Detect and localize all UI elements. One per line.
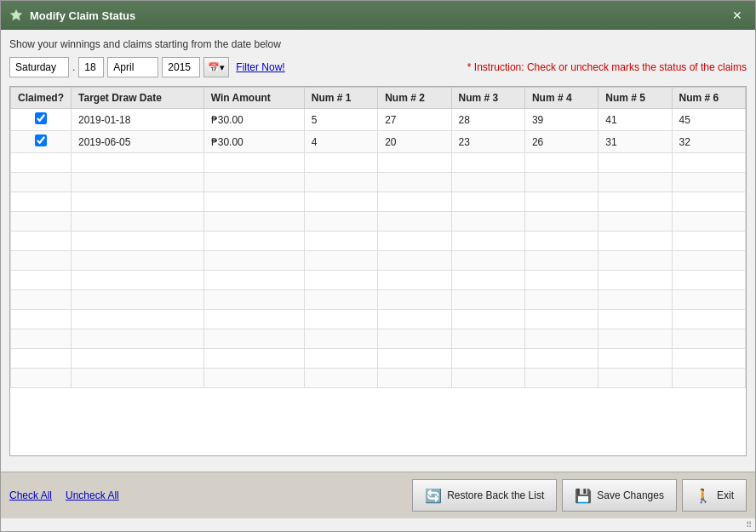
claimed-checkbox[interactable] <box>35 134 47 146</box>
col-num3: Num # 3 <box>451 88 524 109</box>
table-cell-empty <box>524 271 598 290</box>
exit-button[interactable]: 🚶 Exit <box>682 479 747 512</box>
table-cell-empty <box>203 192 304 212</box>
table-cell-empty <box>524 310 598 329</box>
table-cell-empty <box>524 369 598 388</box>
col-num1: Num # 1 <box>304 88 377 109</box>
table-cell-empty <box>72 329 204 349</box>
day-input[interactable] <box>78 57 104 77</box>
table-cell-empty <box>203 310 304 329</box>
table-cell-empty <box>524 192 598 212</box>
table-cell-empty <box>304 290 377 310</box>
table-cell-empty <box>203 232 304 251</box>
uncheck-all-button[interactable]: Uncheck All <box>66 489 119 501</box>
table-row-empty <box>11 192 746 212</box>
table-row-empty <box>11 310 746 329</box>
svg-marker-0 <box>10 9 22 20</box>
year-input[interactable] <box>162 57 200 77</box>
save-button[interactable]: 💾 Save Changes <box>562 479 677 512</box>
restore-button[interactable]: 🔄 Restore Back the List <box>412 479 557 512</box>
table-cell-empty <box>72 310 204 329</box>
col-claimed: Claimed? <box>11 88 72 109</box>
filter-now-button[interactable]: Filter Now! <box>236 61 284 73</box>
claimed-checkbox[interactable] <box>35 112 47 124</box>
col-num5: Num # 5 <box>598 88 672 109</box>
table-cell-empty <box>11 310 72 329</box>
table-cell-empty <box>672 251 745 271</box>
table-cell-empty <box>378 173 451 192</box>
table-row-empty <box>11 251 746 271</box>
table-cell-empty <box>378 212 451 232</box>
table-cell-empty <box>672 329 745 349</box>
day-name-input[interactable] <box>9 57 69 77</box>
main-content: Show your winnings and claims starting f… <box>1 30 755 472</box>
table-cell-empty <box>378 251 451 271</box>
table-cell-empty <box>72 251 204 271</box>
table-cell-empty <box>451 290 524 310</box>
table-cell-empty <box>598 192 672 212</box>
table-cell-empty <box>672 212 745 232</box>
save-icon: 💾 <box>575 487 592 504</box>
bottom-bar: Check All Uncheck All 🔄 Restore Back the… <box>1 472 755 518</box>
table-cell-empty <box>304 349 377 369</box>
table-cell-empty <box>672 153 745 173</box>
table-row-empty <box>11 271 746 290</box>
table-cell-empty <box>304 251 377 271</box>
col-target-draw-date: Target Draw Date <box>72 88 204 109</box>
table-cell-empty <box>451 251 524 271</box>
table-cell-empty <box>378 232 451 251</box>
table-cell: 2019-01-18 <box>72 109 204 131</box>
table-cell-empty <box>451 271 524 290</box>
table-cell: 26 <box>524 131 598 153</box>
table-row-empty <box>11 329 746 349</box>
table-cell-empty <box>203 173 304 192</box>
table-row-empty <box>11 349 746 369</box>
table-cell-empty <box>598 329 672 349</box>
claims-table: Claimed? Target Draw Date Win Amount Num… <box>10 87 746 388</box>
filter-row: . 📅▾ Filter Now! * Instruction: Check or… <box>9 57 747 77</box>
close-button[interactable]: ✕ <box>728 6 747 25</box>
table-cell-empty <box>378 271 451 290</box>
table-cell-empty <box>304 153 377 173</box>
restore-icon: 🔄 <box>425 487 442 504</box>
table-cell-empty <box>672 173 745 192</box>
table-cell-empty <box>72 212 204 232</box>
table-cell-empty <box>524 153 598 173</box>
table-cell-empty <box>11 232 72 251</box>
table-cell-empty <box>11 212 72 232</box>
table-cell-empty <box>598 232 672 251</box>
table-cell: ₱30.00 <box>203 131 304 153</box>
table-cell-empty <box>672 310 745 329</box>
table-cell-empty <box>72 153 204 173</box>
exit-label: Exit <box>717 489 734 501</box>
table-cell-empty <box>378 349 451 369</box>
table-cell: 20 <box>378 131 451 153</box>
window: Modify Claim Status ✕ Show your winnings… <box>0 0 756 532</box>
table-cell-empty <box>672 232 745 251</box>
table-cell: 28 <box>451 109 524 131</box>
subtitle-text: Show your winnings and claims starting f… <box>9 38 747 50</box>
table-cell-empty <box>672 369 745 388</box>
table-cell-empty <box>524 232 598 251</box>
table-cell-empty <box>203 349 304 369</box>
table-cell-empty <box>304 212 377 232</box>
window-title: Modify Claim Status <box>30 9 135 22</box>
table-cell-empty <box>524 251 598 271</box>
instruction-text: * Instruction: Check or uncheck marks th… <box>289 61 747 73</box>
table-cell: 5 <box>304 109 377 131</box>
table-cell: 31 <box>598 131 672 153</box>
table-cell-empty <box>451 173 524 192</box>
table-cell-empty <box>451 192 524 212</box>
month-input[interactable] <box>107 57 158 77</box>
table-cell-empty <box>598 212 672 232</box>
table-cell-empty <box>72 173 204 192</box>
table-cell-empty <box>524 290 598 310</box>
check-all-button[interactable]: Check All <box>9 489 52 501</box>
table-cell-empty <box>598 251 672 271</box>
table-cell-empty <box>11 369 72 388</box>
table-cell-empty <box>11 251 72 271</box>
calendar-button[interactable]: 📅▾ <box>203 57 229 77</box>
table-cell-empty <box>672 271 745 290</box>
table-cell-empty <box>304 232 377 251</box>
claims-table-container: Claimed? Target Draw Date Win Amount Num… <box>9 86 747 456</box>
